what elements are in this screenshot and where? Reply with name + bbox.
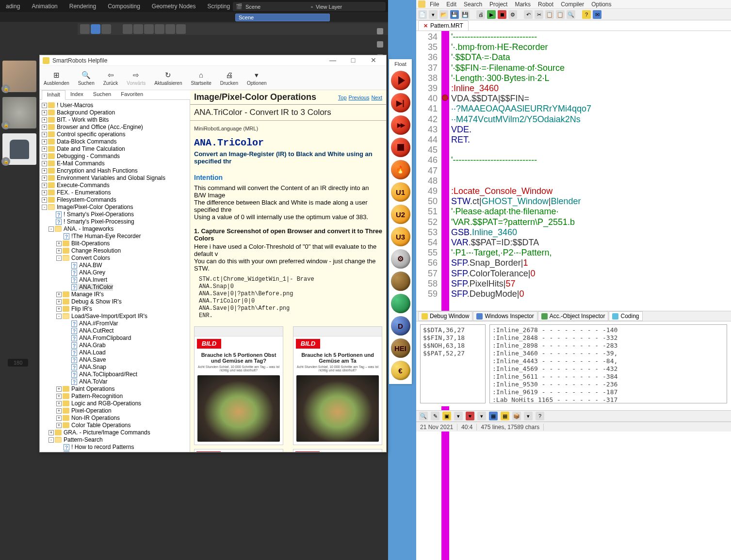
tree-expander[interactable]: + (42, 146, 47, 152)
minimize-button[interactable]: — (323, 56, 342, 65)
tree-expander[interactable]: - (42, 205, 47, 210)
ide-find-icon[interactable]: 🔍 (567, 10, 575, 19)
float-gear-button[interactable]: ⚙ (391, 249, 410, 269)
ide-menu-item[interactable]: File (427, 1, 442, 8)
tree-item[interactable]: +BIT. - Work with Bits (41, 116, 189, 124)
blender-menu-item[interactable]: Rendering (64, 3, 102, 10)
ide-cut-icon[interactable]: ✂ (535, 10, 543, 19)
dropdown-icon[interactable]: ▾ (454, 412, 463, 420)
tree-item[interactable]: +Change Resolution (41, 247, 189, 255)
tab-close-icon[interactable]: ✕ (423, 23, 428, 29)
tree-expander[interactable]: + (56, 386, 62, 392)
ide-save-icon[interactable]: 💾 (450, 10, 459, 19)
blender-menu-item[interactable]: Compositing (102, 3, 146, 10)
tree-expander[interactable]: + (42, 125, 47, 130)
help-tool-aktualisieren[interactable]: ↻Aktualisieren (154, 70, 182, 86)
tree-expander[interactable]: - (56, 314, 62, 319)
ide-help-icon[interactable]: ? (582, 10, 591, 19)
ide-menu-item[interactable]: Search (461, 1, 485, 8)
tree-item[interactable]: -Pattern-Search (41, 436, 189, 444)
float-u3-button[interactable]: U3 (391, 227, 410, 246)
ide-undo-icon[interactable]: ↶ (524, 10, 533, 19)
tree-expander[interactable]: + (56, 299, 62, 304)
tree-expander[interactable]: + (56, 394, 62, 399)
tree-item[interactable]: +GRA. - Picture/Image Commands (41, 429, 189, 436)
help-tab-favorites[interactable]: Favoriten (116, 90, 148, 99)
ide-editor-tab[interactable]: ✕ Pattern.MRT (418, 20, 469, 31)
ide-menu-item[interactable]: Marks (512, 1, 534, 8)
tool-icon[interactable]: ▣ (442, 412, 451, 420)
ide-new-icon[interactable]: 📄 (418, 10, 427, 19)
tree-item[interactable]: +Encryption and Hash Functions (41, 167, 189, 175)
tree-expander[interactable]: + (56, 306, 62, 312)
ide-print-icon[interactable]: 🖨 (476, 10, 485, 19)
tool-icon[interactable] (133, 24, 143, 34)
float-wait-button[interactable] (391, 294, 410, 313)
help-tool-drucken[interactable]: 🖨Drucken (220, 70, 238, 86)
ide-menu-item[interactable]: Project (487, 1, 510, 8)
tab-windows-inspector[interactable]: Windows Inspector (473, 311, 537, 321)
tree-item[interactable]: +Execute-Commands (41, 182, 189, 189)
ide-open-icon[interactable]: 📂 (439, 10, 448, 19)
tree-item[interactable]: -Image/Pixel-Color Operations (41, 204, 189, 211)
float-step-button[interactable] (391, 93, 410, 112)
tree-expander[interactable]: + (42, 110, 47, 115)
tool-icon[interactable] (155, 24, 164, 34)
float-u1-button[interactable]: U1 (391, 182, 410, 202)
tree-item[interactable]: ANA.FromClipboard (41, 335, 189, 342)
tree-item[interactable]: +Non-IR Operations (41, 415, 189, 422)
help-tab-index[interactable]: Index (65, 90, 88, 99)
tree-item[interactable]: !The Human-Eye Recorder (41, 233, 189, 240)
tree-expander[interactable]: + (42, 168, 47, 174)
tree-expander[interactable]: + (56, 241, 62, 246)
tree-expander[interactable]: + (42, 197, 47, 203)
nav-prev-link[interactable]: Previous (349, 95, 370, 100)
float-play-button[interactable] (391, 71, 410, 90)
tree-item[interactable]: +Browser and Office (Acc.-Engine) (41, 124, 189, 131)
ide-stop-icon[interactable]: ⏹ (498, 10, 506, 19)
float-u2-button[interactable]: U2 (391, 205, 410, 224)
help-tool-optionen[interactable]: ▾Optionen (247, 70, 267, 86)
tree-item[interactable]: +! User-Macros (41, 102, 189, 109)
float-d-button[interactable]: D (391, 316, 410, 336)
tree-item[interactable]: ANA.ToClipboard/Rect (41, 371, 189, 378)
nav-next-link[interactable]: Next (371, 95, 382, 100)
tool-icon[interactable] (176, 24, 186, 34)
tree-expander[interactable]: + (42, 161, 47, 166)
tree-item[interactable]: ANA.Grey (41, 269, 189, 276)
maximize-button[interactable]: □ (343, 56, 363, 65)
tree-expander[interactable]: + (42, 190, 47, 195)
float-button-bar[interactable]: Float 🔥 U1 U2 U3 ⚙ D HEI € (389, 59, 412, 384)
tree-expander[interactable]: + (42, 117, 47, 123)
help-tool-suchen[interactable]: 🔍Suchen (78, 70, 95, 86)
help-tool-zurück[interactable]: ⇦Zurück (103, 70, 118, 86)
tree-expander[interactable]: + (56, 423, 62, 428)
outliner-toggle-icon[interactable] (377, 41, 383, 48)
tree-expander[interactable]: + (56, 408, 62, 414)
blender-frame-number[interactable]: 180 (8, 359, 28, 367)
close-button[interactable]: ✕ (364, 56, 383, 65)
tool-icon[interactable] (123, 24, 132, 34)
tree-item[interactable]: GFP. - Get Find Parameter (41, 451, 189, 452)
tree-item[interactable]: +E-Mail Commands (41, 160, 189, 167)
tree-item[interactable]: +Paint Operations (41, 385, 189, 393)
help-icon[interactable]: ? (536, 412, 544, 420)
ide-vars-pane[interactable]: $$DTA,36,27 $$FIN,37,18 $$NOH,63,18 $$PA… (420, 324, 486, 403)
help-tool-ausblenden[interactable]: ⊞Ausblenden (44, 70, 69, 86)
float-fire-button[interactable]: 🔥 (391, 160, 410, 179)
ide-menu-item[interactable]: Options (588, 1, 614, 8)
tree-item[interactable]: +FEX. - Enumerations (41, 189, 189, 196)
tool-icon[interactable]: 🔍 (419, 412, 428, 420)
tree-item[interactable]: +Filesystem-Commands (41, 196, 189, 204)
tree-item[interactable]: ANA.Load (41, 349, 189, 356)
ide-dropdown-icon[interactable]: ▾ (429, 10, 438, 19)
help-tab-search[interactable]: Suchen (88, 90, 116, 99)
blender-scene-input[interactable]: Scene (235, 14, 330, 21)
tree-item[interactable]: +Date and Time Calculation (41, 145, 189, 153)
tree-expander[interactable]: + (42, 103, 47, 108)
tree-expander[interactable]: - (56, 256, 62, 261)
tree-item[interactable]: +Background Operation (41, 109, 189, 116)
tool-icon[interactable] (144, 24, 154, 34)
tab-coding[interactable]: Coding (609, 311, 642, 321)
tree-expander[interactable]: + (42, 183, 47, 188)
